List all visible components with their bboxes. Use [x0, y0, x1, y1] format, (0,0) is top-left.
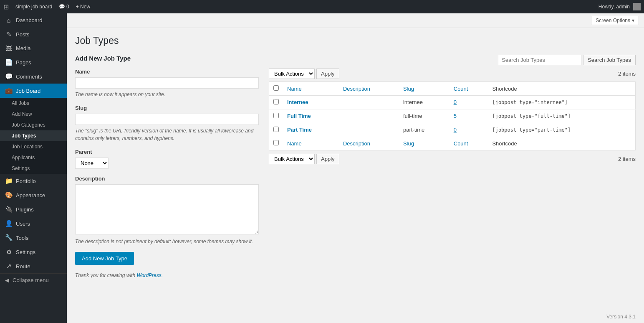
parent-label: Parent: [75, 149, 259, 155]
count-footer-label: Count: [454, 140, 468, 147]
sidebar-label-pages: Pages: [16, 59, 31, 66]
version-text: Version 4.3.1: [606, 314, 636, 320]
row-name-cell-fulltime: Full Time: [283, 109, 339, 123]
bulk-bar-bottom: Bulk Actions Apply 2 items: [269, 154, 636, 164]
parent-select[interactable]: None: [75, 158, 109, 169]
description-footer-header[interactable]: Description: [339, 137, 399, 150]
site-name-link[interactable]: simple job board: [15, 4, 52, 10]
search-button[interactable]: Search Job Types: [583, 55, 636, 65]
items-count-top: 2 items: [618, 71, 636, 77]
count-header-label: Count: [454, 86, 468, 92]
row-description-cell-internee: [339, 96, 399, 109]
row-slug-cell-fulltime: full-time: [399, 109, 450, 123]
sidebar-sub-job-categories[interactable]: Job Categories: [0, 120, 67, 130]
description-column-header[interactable]: Description: [339, 82, 399, 96]
sidebar-label-appearance: Appearance: [16, 192, 45, 198]
row-description-cell-parttime: [339, 123, 399, 137]
collapse-menu-button[interactable]: ◀ Collapse menu: [0, 273, 67, 287]
sidebar-sub-applicants[interactable]: Applicants: [0, 152, 67, 163]
shortcode-footer-label: Shortcode: [492, 140, 517, 147]
row-count-cell-parttime: 0: [450, 123, 488, 137]
apply-button-top[interactable]: Apply: [316, 69, 339, 79]
search-input[interactable]: [498, 55, 581, 65]
name-footer-header[interactable]: Name: [283, 137, 339, 150]
sidebar-item-pages[interactable]: 📄 Pages: [0, 55, 67, 69]
posts-icon: ✎: [5, 31, 13, 38]
row-name-link-fulltime[interactable]: Full Time: [287, 113, 311, 119]
dashboard-icon: ⌂: [5, 17, 13, 24]
sidebar-label-tools: Tools: [16, 235, 28, 241]
count-column-header[interactable]: Count: [450, 82, 488, 96]
row-slug-cell-parttime: part-time: [399, 123, 450, 137]
slug-column-header[interactable]: Slug: [399, 82, 450, 96]
form-footer: Thank you for creating with WordPress.: [75, 272, 259, 280]
sidebar-sub-all-jobs[interactable]: All Jobs: [0, 98, 67, 109]
row-checkbox-cell-fulltime: [269, 109, 283, 123]
footer-text: Thank you for creating with: [75, 272, 136, 278]
comments-icon: 💬: [59, 4, 65, 10]
wp-logo-icon: ⊞: [3, 3, 9, 11]
select-all-checkbox[interactable]: [273, 85, 279, 91]
page-title: Job Types: [75, 35, 636, 46]
table-panel: Search Job Types Bulk Actions Apply 2 it…: [269, 55, 636, 167]
sidebar-item-posts[interactable]: ✎ Posts: [0, 27, 67, 41]
name-footer-label: Name: [287, 140, 302, 147]
name-input[interactable]: [75, 77, 259, 89]
row-checkbox-parttime[interactable]: [273, 127, 279, 132]
sidebar-item-portfolio[interactable]: 📁 Portfolio: [0, 174, 67, 188]
count-footer-header[interactable]: Count: [450, 137, 488, 150]
wordpress-link[interactable]: WordPress.: [136, 272, 163, 278]
slug-footer-header[interactable]: Slug: [399, 137, 450, 150]
sidebar-item-comments[interactable]: 💬 Comments: [0, 69, 67, 84]
sidebar-item-appearance[interactable]: 🎨 Appearance: [0, 188, 67, 202]
sidebar-sub-job-types[interactable]: Job Types: [0, 130, 67, 141]
slug-hint: The "slug" is the URL-friendly version o…: [75, 127, 259, 142]
select-all-header[interactable]: [269, 82, 283, 96]
row-count-link-fulltime[interactable]: 5: [454, 113, 457, 119]
comments-link[interactable]: 💬 0: [59, 4, 69, 10]
sidebar-sub-add-new[interactable]: Add New: [0, 109, 67, 120]
select-all-footer[interactable]: [269, 137, 283, 150]
sidebar-item-route[interactable]: ↗ Route: [0, 259, 67, 273]
row-name-link-internee[interactable]: Internee: [287, 99, 308, 105]
top-bar: ⊞ simple job board 💬 0 + New Howdy, admi…: [0, 0, 644, 13]
applicants-label: Applicants: [12, 155, 35, 160]
media-icon: 🖼: [5, 45, 13, 52]
row-count-link-parttime[interactable]: 0: [454, 127, 457, 133]
sidebar-item-tools[interactable]: 🔧 Tools: [0, 231, 67, 245]
new-link[interactable]: + New: [76, 4, 90, 10]
table-footer-row: Name Description Slug Count Shortcode: [269, 137, 636, 150]
apply-button-bottom[interactable]: Apply: [316, 154, 339, 164]
job-locations-label: Job Locations: [12, 144, 43, 150]
collapse-label: Collapse menu: [13, 277, 49, 283]
name-label: Name: [75, 69, 259, 75]
sidebar-sub-job-locations[interactable]: Job Locations: [0, 141, 67, 152]
row-shortcode-internee: [jobpost type="internee"]: [492, 99, 568, 105]
table-row: Part Time part-time 0 [jobpost type="par…: [269, 123, 636, 137]
sidebar-item-settings[interactable]: ⚙ Settings: [0, 245, 67, 259]
sidebar-sub-settings[interactable]: Settings: [0, 163, 67, 174]
row-shortcode-cell-fulltime: [jobpost type="full-time"]: [488, 109, 635, 123]
shortcode-column-header: Shortcode: [488, 82, 635, 96]
row-checkbox-internee[interactable]: [273, 99, 279, 104]
add-job-type-button[interactable]: Add New Job Type: [75, 252, 134, 265]
select-all-checkbox-bottom[interactable]: [273, 140, 279, 145]
collapse-icon: ◀: [5, 277, 9, 283]
row-name-link-parttime[interactable]: Part Time: [287, 127, 312, 133]
sidebar-item-job-board[interactable]: 💼 Job Board: [0, 84, 67, 98]
sidebar-item-plugins[interactable]: 🔌 Plugins: [0, 202, 67, 216]
slug-input[interactable]: [75, 114, 259, 125]
description-textarea[interactable]: [75, 184, 259, 234]
bulk-actions-select-top[interactable]: Bulk Actions: [269, 69, 315, 79]
screen-options-button[interactable]: Screen Options ▾: [591, 16, 639, 25]
bulk-actions-select-bottom[interactable]: Bulk Actions: [269, 154, 315, 164]
row-checkbox-fulltime[interactable]: [273, 113, 279, 118]
slug-header-label: Slug: [403, 86, 414, 92]
name-column-header[interactable]: Name: [283, 82, 339, 96]
sidebar-item-media[interactable]: 🖼 Media: [0, 41, 67, 55]
sidebar-label-plugins: Plugins: [16, 206, 34, 213]
sidebar-item-dashboard[interactable]: ⌂ Dashboard: [0, 13, 67, 27]
route-icon: ↗: [5, 262, 13, 270]
sidebar-item-users[interactable]: 👤 Users: [0, 216, 67, 231]
row-count-link-internee[interactable]: 0: [454, 99, 457, 105]
